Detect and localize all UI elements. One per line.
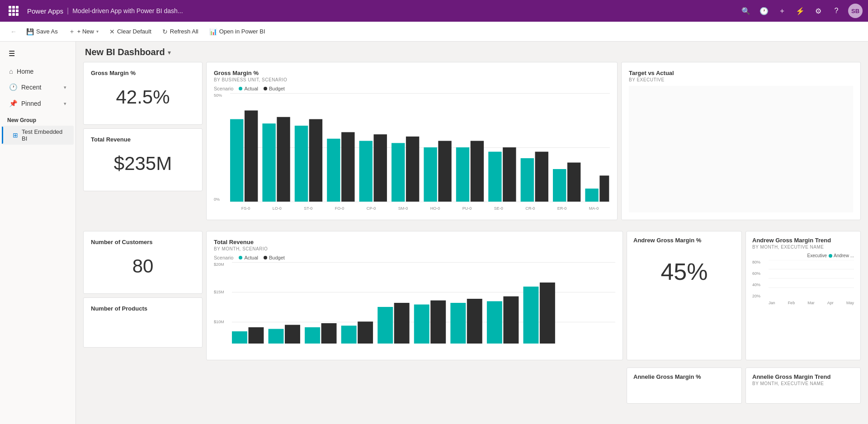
hamburger-icon: ☰ xyxy=(9,49,15,58)
tr-actual-label: Actual xyxy=(244,255,258,260)
x-label-cp0: CP-0 xyxy=(367,206,376,211)
svg-rect-4 xyxy=(295,126,308,202)
tr-y-label-15m: $15M xyxy=(214,290,224,294)
svg-rect-29 xyxy=(321,323,337,344)
tr-legend-actual: Actual xyxy=(239,255,258,260)
total-revenue-chart-card: Total Revenue BY MONTH, SCENARIO Scenari… xyxy=(206,231,623,360)
svg-rect-10 xyxy=(392,143,405,202)
new-icon: ＋ xyxy=(69,28,75,36)
last-row-placeholder2 xyxy=(206,367,623,404)
total-revenue-kpi-card: Total Revenue $235M xyxy=(83,128,203,191)
dashboard-icon: ⊞ xyxy=(13,132,18,139)
x-feb: Feb xyxy=(788,301,795,305)
svg-rect-34 xyxy=(414,305,429,344)
svg-rect-31 xyxy=(358,321,373,344)
svg-rect-14 xyxy=(456,147,469,202)
svg-rect-28 xyxy=(305,327,320,344)
sidebar-item-test-embedded[interactable]: ⊞ Test Embedded BI xyxy=(2,126,74,145)
save-as-button[interactable]: 💾 Save As xyxy=(22,24,62,39)
separator: | xyxy=(67,7,69,15)
svg-rect-39 xyxy=(503,297,519,344)
add-icon[interactable]: ＋ xyxy=(774,3,790,19)
svg-rect-38 xyxy=(487,301,502,344)
bar-chart-svg xyxy=(230,93,610,202)
andrew-legend-name: Andrew ... xyxy=(834,253,854,258)
scenario-label: Scenario xyxy=(214,86,233,91)
andrew-gm-value: 45% xyxy=(633,245,735,299)
sidebar-item-pinned[interactable]: 📌 Pinned ▾ xyxy=(2,96,74,111)
clear-default-button[interactable]: ✕ Clear Default xyxy=(105,24,156,39)
tr-y-label-10m: $10M xyxy=(214,320,224,324)
help-icon[interactable]: ? xyxy=(828,3,844,19)
trend-y-20: 20% xyxy=(752,294,760,298)
andrew-gross-margin-card: Andrew Gross Margin % 45% xyxy=(627,231,742,360)
annelie-gm-trend-subtitle: BY MONTH, EXECUTIVE NAME xyxy=(752,381,854,386)
x-label-ma0: MA-0 xyxy=(589,206,599,211)
x-label-lo0: LO-0 xyxy=(273,206,282,211)
number-of-customers-card: Number of Customers 80 xyxy=(83,231,203,294)
refresh-all-button[interactable]: ↻ Refresh All xyxy=(158,24,203,39)
sidebar-item-recent[interactable]: 🕐 Recent ▾ xyxy=(2,80,74,95)
new-button[interactable]: ＋ + New ▾ xyxy=(64,24,103,39)
x-jan: Jan xyxy=(769,301,775,305)
gross-margin-chart-card: Gross Margin % BY BUSINESS UNIT, SCENARI… xyxy=(206,62,618,220)
x-label-cr0: CR-0 xyxy=(525,206,535,211)
andrew-gm-title: Andrew Gross Margin % xyxy=(633,237,735,244)
dashboard-title: New BI Dashboard xyxy=(85,47,165,57)
annelie-gm-trend-card: Annelie Gross Margin Trend BY MONTH, EXE… xyxy=(745,367,861,404)
back-button[interactable]: ← xyxy=(7,25,20,38)
settings-icon[interactable]: ⚙ xyxy=(810,3,826,19)
svg-rect-19 xyxy=(535,152,548,202)
svg-rect-20 xyxy=(553,169,566,202)
recent-icon[interactable]: 🕐 xyxy=(756,3,772,19)
tr-actual-dot xyxy=(239,256,242,259)
dashboard-chevron-icon[interactable]: ▾ xyxy=(168,49,171,56)
andrew-trend-legend: Executive Andrew ... xyxy=(752,253,854,258)
last-row: Annelie Gross Margin % Annelie Gross Mar… xyxy=(76,367,868,411)
annelie-gm-trend-title: Annelie Gross Margin Trend xyxy=(752,373,854,380)
svg-rect-37 xyxy=(467,299,482,344)
svg-rect-22 xyxy=(585,188,598,202)
target-vs-actual-subtitle: BY EXECUTIVE xyxy=(629,77,853,82)
filter-icon[interactable]: ⚡ xyxy=(792,3,808,19)
save-as-label: Save As xyxy=(36,28,58,35)
home-icon: ⌂ xyxy=(9,67,13,75)
open-power-bi-button[interactable]: 📊 Open in Power BI xyxy=(205,24,270,39)
svg-rect-23 xyxy=(599,175,609,202)
recent-icon: 🕐 xyxy=(9,83,18,91)
app-name: Power Apps xyxy=(27,7,63,15)
new-label: + New xyxy=(77,28,94,35)
total-revenue-title: Total Revenue xyxy=(91,136,195,143)
svg-rect-17 xyxy=(503,147,516,202)
chevron-down-icon: ▾ xyxy=(64,85,66,90)
sidebar-item-home[interactable]: ⌂ Home xyxy=(2,64,74,79)
toolbar: ← 💾 Save As ＋ + New ▾ ✕ Clear Default ↻ … xyxy=(0,22,868,42)
andrew-trend-svg xyxy=(769,260,854,297)
x-label-er0: ER-0 xyxy=(557,206,567,211)
avatar[interactable]: SB xyxy=(848,4,863,18)
x-label-ho0: HO-0 xyxy=(430,206,440,211)
total-revenue-value: $235M xyxy=(91,144,195,184)
svg-rect-15 xyxy=(471,141,484,202)
svg-rect-18 xyxy=(521,158,534,202)
top-bar-actions: 🔍 🕐 ＋ ⚡ ⚙ ? SB xyxy=(738,3,863,19)
svg-rect-8 xyxy=(359,141,373,202)
number-of-products-card: Number of Products xyxy=(83,297,203,348)
main-layout: ☰ ⌂ Home 🕐 Recent ▾ 📌 Pinned ▾ New Group… xyxy=(0,42,868,424)
search-icon[interactable]: 🔍 xyxy=(738,3,754,19)
trend-y-40: 40% xyxy=(752,283,760,287)
andrew-gm-trend-subtitle: BY MONTH, EXECUTIVE NAME xyxy=(752,245,854,250)
num-products-content xyxy=(91,313,195,340)
top-navigation-bar: Power Apps | Model-driven App with Power… xyxy=(0,0,868,22)
tr-y-label-20m: $20M xyxy=(214,262,224,267)
sidebar-pinned-label: Pinned xyxy=(21,100,41,107)
waffle-menu-icon[interactable] xyxy=(5,3,22,19)
x-mar: Mar xyxy=(807,301,815,305)
andrew-gm-trend-card: Andrew Gross Margin Trend BY MONTH, EXEC… xyxy=(745,231,861,360)
andrew-legend-dot xyxy=(829,254,832,258)
svg-rect-3 xyxy=(277,117,290,202)
sidebar-toggle[interactable]: ☰ xyxy=(4,45,20,61)
last-row-placeholder xyxy=(83,367,203,404)
svg-rect-27 xyxy=(285,325,300,344)
gross-margin-title: Gross Margin % xyxy=(91,70,195,76)
